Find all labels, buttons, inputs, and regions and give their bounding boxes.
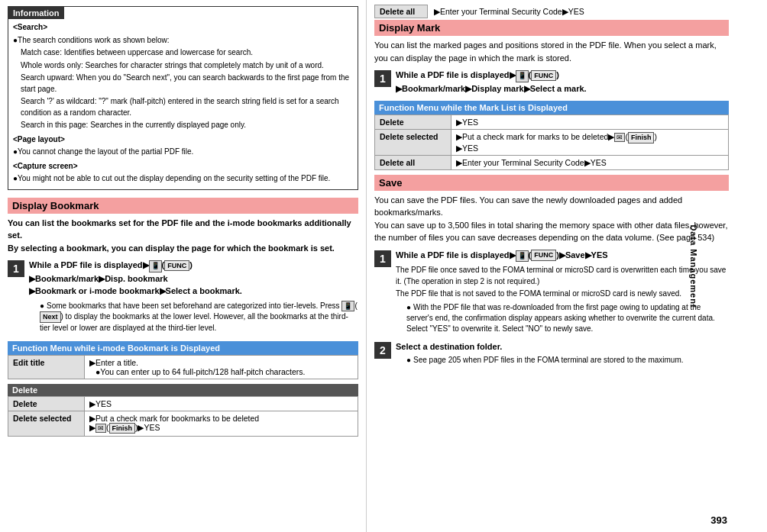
search-whole: Whole words only: Searches for character… <box>21 60 353 72</box>
display-bookmark-body1: You can list the bookmarks set for the P… <box>8 218 351 240</box>
save-step2-number: 2 <box>374 342 391 359</box>
delete-label: Delete <box>8 396 85 411</box>
left-func-menu-header: Function Menu while i-mode Bookmark is D… <box>8 341 358 355</box>
save-step1-number: 1 <box>374 250 391 267</box>
save-step2-bullet: See page 205 when PDF files in the FOMA … <box>406 355 729 366</box>
save-body2: You can save up to 3,500 files in total … <box>374 221 727 243</box>
table-row-delete-all-r: Delete all ▶Enter your Terminal Security… <box>375 155 729 169</box>
top-row-text: ▶Enter your Terminal Security Code▶YES <box>434 7 584 16</box>
search-wildcard: Search '?' as wildcard: "?" mark (half-p… <box>21 96 353 118</box>
delete-selected-r-label: Delete selected <box>375 130 451 156</box>
search-match: Match case: Identifies between uppercase… <box>21 47 353 59</box>
display-mark-body: You can list the marked pages and positi… <box>374 39 729 64</box>
right-func-table: Delete ▶YES Delete selected ▶Put a check… <box>374 114 729 170</box>
table-row-delete: Delete ▶YES <box>8 396 358 411</box>
delete-all-r-content: ▶Enter your Terminal Security Code▶YES <box>451 155 729 169</box>
table-row-delete-selected: Delete selected ▶Put a check mark for bo… <box>8 411 358 437</box>
table-row-edit-title: Edit title ▶Enter a title. ●You can ente… <box>8 355 358 379</box>
delete-all-top-btn[interactable]: Delete all <box>374 5 428 18</box>
left-panel: Information <Search> ●The search conditi… <box>0 0 367 532</box>
func-btn-save: FUNC <box>531 250 556 261</box>
save-step2-text: Select a destination folder. <box>396 342 502 351</box>
save-bullet: With the PDF file that was re-downloaded… <box>406 302 729 334</box>
func-btn-right: FUNC <box>531 70 556 82</box>
delete-content: ▶YES <box>85 396 358 411</box>
left-func-table: Edit title ▶Enter a title. ●You can ente… <box>8 355 358 379</box>
step1-text: While a PDF file is displayed▶📱(FUNC)▶Bo… <box>29 260 242 295</box>
vertical-data-management-label: Data Management <box>688 224 697 308</box>
right-step1-text: While a PDF file is displayed▶📱(FUNC)▶Bo… <box>396 70 587 93</box>
info-box: Information <Search> ●The search conditi… <box>8 6 358 190</box>
save-step1-content: While a PDF file is displayed▶📱(FUNC)▶Sa… <box>396 249 729 336</box>
step1-bullet: Some bookmarks that have been set before… <box>40 301 358 334</box>
save-body1: You can save the PDF files. You can save… <box>374 195 682 218</box>
save-step1: 1 While a PDF file is displayed▶📱(FUNC)▶… <box>374 249 729 336</box>
step1-number: 1 <box>8 260 24 277</box>
search-upward: Search upward: When you do "Search next"… <box>21 73 353 95</box>
capture-text: ●You might not be able to cut out the di… <box>13 173 353 185</box>
right-step1: 1 While a PDF file is displayed▶📱(FUNC)▶… <box>374 69 729 95</box>
finish-btn-left: Finish <box>109 423 136 434</box>
finish-btn-right: Finish <box>628 132 655 143</box>
left-step1: 1 While a PDF file is displayed▶📱(FUNC)▶… <box>8 259 358 335</box>
table-row-delete-selected-r: Delete selected ▶Put a check mark for ma… <box>375 130 729 156</box>
save-step1-text: While a PDF file is displayed▶📱(FUNC)▶Sa… <box>396 250 608 260</box>
edit-title-label: Edit title <box>8 355 85 379</box>
info-header: Information <box>8 7 64 19</box>
delete-r-label: Delete <box>375 115 451 130</box>
delete-r-content: ▶YES <box>451 115 729 130</box>
page-number: 393 <box>710 514 727 526</box>
step1-content: While a PDF file is displayed▶📱(FUNC)▶Bo… <box>29 259 358 335</box>
table-row-delete-r: Delete ▶YES <box>375 115 729 130</box>
capture-title: <Capture screen> <box>13 161 353 172</box>
info-content: <Search> ●The search conditions work as … <box>8 19 358 189</box>
display-mark-header: Display Mark <box>374 20 729 36</box>
delete-selected-label: Delete selected <box>8 411 85 437</box>
top-delete-row: Delete all ▶Enter your Terminal Security… <box>374 5 729 18</box>
save-note1: The PDF file once saved to the FOMA term… <box>396 265 729 287</box>
display-bookmark-body2: By selecting a bookmark, you can display… <box>8 243 335 253</box>
save-header: Save <box>374 175 729 191</box>
search-title: <Search> <box>13 22 353 34</box>
display-bookmark-header: Display Bookmark <box>8 198 358 214</box>
delete-selected-r-content: ▶Put a check mark for marks to be delete… <box>451 130 729 156</box>
save-body: You can save the PDF files. You can save… <box>374 194 729 244</box>
next-btn: Next <box>40 311 61 323</box>
search-page: Search in this page: Searches in the cur… <box>21 120 353 131</box>
right-panel: Delete all ▶Enter your Terminal Security… <box>367 0 736 532</box>
edit-title-content: ▶Enter a title. ●You can enter up to 64 … <box>85 355 358 379</box>
left-delete-table: Delete ▶YES Delete selected ▶Put a check… <box>8 396 358 437</box>
display-mark-body1: You can list the marked pages and positi… <box>374 40 717 63</box>
display-bookmark-body: You can list the bookmarks set for the P… <box>8 217 358 255</box>
func-btn-left: FUNC <box>164 260 189 272</box>
right-step1-number: 1 <box>374 70 391 87</box>
save-step2: 2 Select a destination folder. See page … <box>374 340 729 368</box>
delete-selected-content: ▶Put a check mark for bookmarks to be de… <box>85 411 358 437</box>
delete-section-label: Delete <box>8 384 358 396</box>
page-layout-text: ●You cannot change the layout of the par… <box>13 147 353 158</box>
search-intro: ●The search conditions work as shown bel… <box>13 35 353 47</box>
right-step1-content: While a PDF file is displayed▶📱(FUNC)▶Bo… <box>396 69 729 95</box>
right-func-menu-header: Function Menu while the Mark List is Dis… <box>374 101 729 114</box>
delete-all-r-label: Delete all <box>375 155 451 169</box>
save-note2: The PDF file that is not saved to the FO… <box>396 289 729 300</box>
save-step2-content: Select a destination folder. See page 20… <box>396 340 729 368</box>
page-layout-title: <Page layout> <box>13 134 353 146</box>
